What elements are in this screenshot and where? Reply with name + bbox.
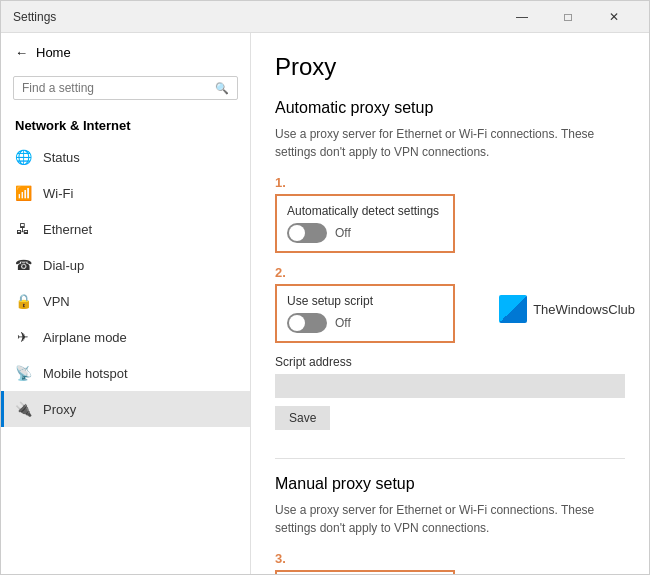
sidebar-item-airplane[interactable]: ✈ Airplane mode bbox=[1, 319, 250, 355]
step2-toggle[interactable] bbox=[287, 313, 327, 333]
step1-toggle-knob bbox=[289, 225, 305, 241]
sidebar-item-wifi[interactable]: 📶 Wi-Fi bbox=[1, 175, 250, 211]
save-button[interactable]: Save bbox=[275, 406, 330, 430]
maximize-button[interactable]: □ bbox=[545, 1, 591, 33]
proxy-icon: 🔌 bbox=[15, 401, 31, 417]
step2-label: Use setup script bbox=[287, 294, 443, 308]
step1-toggle-label: Off bbox=[335, 226, 351, 240]
wifi-icon: 📶 bbox=[15, 185, 31, 201]
search-input[interactable] bbox=[22, 81, 215, 95]
hotspot-icon: 📡 bbox=[15, 365, 31, 381]
step1-row: 1. Automatically detect settings Off bbox=[275, 175, 625, 253]
divider bbox=[275, 458, 625, 459]
page-title: Proxy bbox=[275, 53, 625, 81]
airplane-label: Airplane mode bbox=[43, 330, 127, 345]
step2-toggle-knob bbox=[289, 315, 305, 331]
manual-section-desc: Use a proxy server for Ethernet or Wi-Fi… bbox=[275, 501, 625, 537]
step2-number: 2. bbox=[275, 265, 625, 280]
back-arrow-icon: ← bbox=[15, 45, 28, 60]
step1-toggle-row: Off bbox=[287, 223, 443, 243]
dialup-label: Dial-up bbox=[43, 258, 84, 273]
vpn-label: VPN bbox=[43, 294, 70, 309]
home-label: Home bbox=[36, 45, 71, 60]
content-area: Proxy Automatic proxy setup Use a proxy … bbox=[251, 33, 649, 574]
manual-section-title: Manual proxy setup bbox=[275, 475, 625, 493]
step1-number: 1. bbox=[275, 175, 625, 190]
sidebar-item-vpn[interactable]: 🔒 VPN bbox=[1, 283, 250, 319]
main-area: ← Home 🔍 Network & Internet 🌐 Status 📶 W… bbox=[1, 33, 649, 574]
ethernet-label: Ethernet bbox=[43, 222, 92, 237]
auto-section-desc: Use a proxy server for Ethernet or Wi-Fi… bbox=[275, 125, 625, 161]
window-controls: — □ ✕ bbox=[499, 1, 637, 33]
step3-row: 3. Use a proxy server Off bbox=[275, 551, 625, 574]
step2-box: Use setup script Off bbox=[275, 284, 455, 343]
hotspot-label: Mobile hotspot bbox=[43, 366, 128, 381]
close-button[interactable]: ✕ bbox=[591, 1, 637, 33]
watermark-icon bbox=[499, 295, 527, 323]
status-icon: 🌐 bbox=[15, 149, 31, 165]
sidebar-item-status[interactable]: 🌐 Status bbox=[1, 139, 250, 175]
window-title: Settings bbox=[13, 10, 499, 24]
sidebar-item-hotspot[interactable]: 📡 Mobile hotspot bbox=[1, 355, 250, 391]
watermark-text: TheWindowsClub bbox=[533, 302, 635, 317]
step1-toggle[interactable] bbox=[287, 223, 327, 243]
step1-box: Automatically detect settings Off bbox=[275, 194, 455, 253]
watermark: TheWindowsClub bbox=[495, 293, 639, 325]
step1-label: Automatically detect settings bbox=[287, 204, 443, 218]
sidebar-item-dialup[interactable]: ☎ Dial-up bbox=[1, 247, 250, 283]
airplane-icon: ✈ bbox=[15, 329, 31, 345]
sidebar-item-ethernet[interactable]: 🖧 Ethernet bbox=[1, 211, 250, 247]
step3-box: Use a proxy server Off bbox=[275, 570, 455, 574]
step2-toggle-label: Off bbox=[335, 316, 351, 330]
ethernet-icon: 🖧 bbox=[15, 221, 31, 237]
proxy-label: Proxy bbox=[43, 402, 76, 417]
step3-number: 3. bbox=[275, 551, 625, 566]
sidebar-item-proxy[interactable]: 🔌 Proxy bbox=[1, 391, 250, 427]
sidebar-back-button[interactable]: ← Home bbox=[1, 33, 250, 72]
settings-window: Settings — □ ✕ ← Home 🔍 Network & Intern… bbox=[0, 0, 650, 575]
wifi-label: Wi-Fi bbox=[43, 186, 73, 201]
step2-toggle-row: Off bbox=[287, 313, 443, 333]
minimize-button[interactable]: — bbox=[499, 1, 545, 33]
sidebar: ← Home 🔍 Network & Internet 🌐 Status 📶 W… bbox=[1, 33, 251, 574]
script-address-input[interactable] bbox=[275, 374, 625, 398]
script-address-label: Script address bbox=[275, 355, 625, 369]
dialup-icon: ☎ bbox=[15, 257, 31, 273]
search-icon: 🔍 bbox=[215, 82, 229, 95]
auto-section-title: Automatic proxy setup bbox=[275, 99, 625, 117]
vpn-icon: 🔒 bbox=[15, 293, 31, 309]
status-label: Status bbox=[43, 150, 80, 165]
titlebar: Settings — □ ✕ bbox=[1, 1, 649, 33]
sidebar-section-label: Network & Internet bbox=[1, 110, 250, 139]
search-box[interactable]: 🔍 bbox=[13, 76, 238, 100]
